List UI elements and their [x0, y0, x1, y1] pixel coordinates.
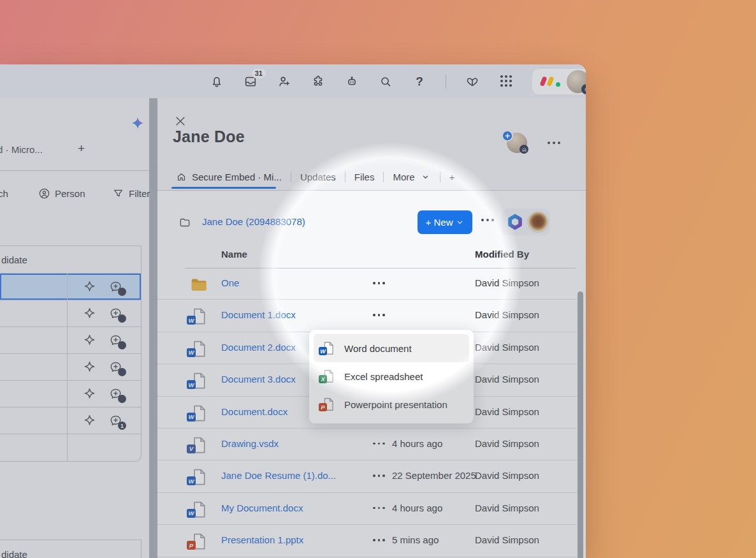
tab-secure-embed[interactable]: Secure Embed · Mi...	[167, 172, 291, 182]
file-type-icon: W	[189, 371, 208, 390]
ai-suggest-icon[interactable]	[82, 359, 98, 375]
files-options-menu-icon[interactable]	[481, 219, 494, 221]
board-row[interactable]	[0, 354, 141, 381]
item-title: Jane Doe	[173, 128, 245, 146]
search-icon[interactable]	[378, 74, 393, 89]
dropdown-menu-item[interactable]: W Word document	[314, 334, 469, 362]
ai-sparkle-icon[interactable]	[131, 116, 145, 130]
tab-label: Updates	[300, 172, 336, 182]
coffee-avatar[interactable]	[527, 211, 549, 233]
file-modified-by: David Simpson	[475, 374, 539, 385]
file-row[interactable]: One David Simpson	[157, 268, 577, 300]
app-window: 31 ?	[0, 64, 586, 558]
board-tab-label[interactable]: d · Micro...	[0, 144, 43, 155]
ai-suggest-icon[interactable]	[82, 305, 98, 321]
dropdown-menu-item[interactable]: X Excel spreadsheet	[314, 362, 469, 390]
item-owner-avatar[interactable]: +	[507, 133, 527, 153]
file-modified-by: David Simpson	[475, 342, 539, 353]
microsoft-365-icon[interactable]	[505, 212, 525, 231]
apps-marketplace-icon[interactable]	[310, 74, 326, 89]
files-breadcrumb-row: Jane Doe (2094883078) + New	[157, 210, 586, 235]
file-row-menu-icon[interactable]	[373, 282, 385, 284]
close-icon[interactable]	[174, 115, 187, 128]
board-search-label: ch	[0, 188, 8, 199]
file-name-link[interactable]: Document 3.docx	[221, 374, 296, 385]
vertical-scrollbar[interactable]	[578, 291, 583, 558]
file-type-icon: V	[189, 436, 208, 455]
help-icon[interactable]: ?	[412, 74, 427, 89]
file-name-link[interactable]: Document.docx	[221, 406, 287, 417]
folder-link[interactable]: Jane Doe (2094883078)	[202, 216, 305, 227]
file-row-menu-icon[interactable]	[373, 539, 385, 541]
file-modified-by: David Simpson	[475, 534, 539, 545]
board-row[interactable]	[0, 274, 141, 300]
board-person-filter-button[interactable]: Person	[38, 187, 85, 200]
invite-members-icon[interactable]	[277, 74, 292, 89]
file-row-menu-icon[interactable]	[373, 507, 385, 510]
file-modified-time: 4 hours ago	[392, 503, 442, 513]
new-file-button[interactable]: + New	[418, 210, 472, 234]
file-modified-time: 5 mins ago	[392, 534, 439, 545]
dropdown-menu-item[interactable]: P Powerpoint presentation	[314, 390, 469, 418]
files-view: Jane Doe (2094883078) + New	[157, 191, 586, 558]
ai-suggest-icon[interactable]	[82, 332, 98, 348]
tab-files[interactable]: Files	[345, 172, 384, 182]
ai-suggest-icon[interactable]	[82, 386, 98, 402]
board-row[interactable]: 1	[0, 407, 141, 434]
file-row[interactable]: W Jane Doe Resume (1).do... 22 September…	[157, 460, 577, 492]
inbox-count-badge: 31	[252, 69, 266, 78]
help-label: ?	[416, 75, 423, 89]
new-file-dropdown: W Word document	[309, 330, 474, 423]
files-table-header: Name Modified By	[157, 249, 577, 268]
panel-resize-handle[interactable]	[149, 98, 157, 558]
inbox-icon[interactable]: 31	[243, 74, 258, 89]
board-search-button[interactable]: ch	[0, 188, 8, 199]
notifications-bell-icon[interactable]	[209, 74, 224, 89]
tab-label: Secure Embed · Mi...	[192, 172, 282, 182]
tab-more[interactable]: More	[384, 172, 439, 182]
tab-add[interactable]: +	[440, 172, 464, 182]
file-name-link[interactable]: My Document.docx	[221, 503, 303, 513]
file-name-link[interactable]: Document 2.docx	[221, 342, 296, 353]
file-modified-by: David Simpson	[475, 406, 539, 417]
file-name-link[interactable]: Drawing.vsdx	[221, 438, 279, 449]
file-row-menu-icon[interactable]	[373, 443, 385, 445]
board-filter-button[interactable]: Filter	[112, 187, 150, 200]
board-row[interactable]	[0, 381, 141, 407]
tab-updates[interactable]: Updates	[291, 172, 345, 182]
column-name-header: Name	[221, 249, 247, 260]
toolbar-divider	[446, 75, 446, 89]
connected-apps-chip	[502, 209, 550, 235]
product-switcher-grid-icon[interactable]	[498, 74, 514, 89]
file-row[interactable]: P Presentation 1.pptx 5 mins ago David S…	[157, 525, 577, 557]
assistant-bot-icon[interactable]	[344, 74, 360, 89]
file-name-link[interactable]: Presentation 1.pptx	[221, 534, 303, 545]
user-avatar[interactable]	[567, 70, 586, 93]
main-area: d · Micro... + ch Person Filter	[0, 98, 586, 558]
ai-suggest-icon[interactable]	[82, 279, 98, 295]
board-header-divider	[0, 170, 149, 171]
add-subscriber-badge[interactable]: +	[502, 130, 513, 142]
ai-suggest-icon[interactable]	[82, 413, 98, 429]
file-row[interactable]: W My Document.docx 4 hours ago David Sim…	[157, 493, 577, 525]
file-type-icon	[189, 275, 208, 294]
file-row[interactable]: W Document 1.docx David Simpson	[157, 300, 577, 332]
board-row[interactable]	[0, 327, 141, 354]
file-modified-time: 22 September 2025	[392, 470, 476, 481]
vibe-heart-icon[interactable]	[465, 74, 480, 89]
add-board-tab-button[interactable]: +	[78, 142, 85, 156]
item-options-menu-icon[interactable]	[548, 142, 560, 144]
board-row[interactable]	[0, 300, 141, 327]
file-name-link[interactable]: Jane Doe Resume (1).do...	[221, 470, 336, 481]
item-detail-panel: Jane Doe + Secure Embed · Mi... Upda	[157, 98, 586, 558]
file-type-icon: W	[189, 339, 208, 358]
file-row-menu-icon[interactable]	[373, 474, 385, 477]
home-badge-icon	[581, 84, 586, 94]
file-name-link[interactable]: One	[221, 277, 239, 288]
column-modified-by-header: Modified By	[475, 249, 529, 260]
file-name-link[interactable]: Document 1.docx	[221, 309, 296, 320]
board-add-row[interactable]	[0, 434, 141, 461]
file-row[interactable]: V Drawing.vsdx 4 hours ago David Simpson	[157, 429, 577, 460]
file-row-menu-icon[interactable]	[373, 314, 385, 316]
update-count-badge: 1	[118, 422, 126, 430]
